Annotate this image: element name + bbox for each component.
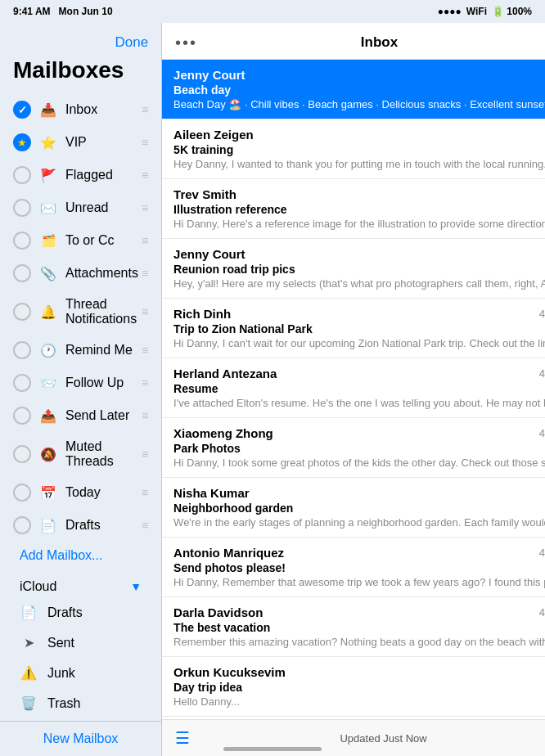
email-date-7: 4/27/24 (539, 427, 545, 439)
vip-drag-handle[interactable]: ≡ (142, 136, 148, 149)
vip-label: VIP (65, 135, 138, 150)
sidebar-item-follow-up[interactable]: 📨 Follow Up ≡ (7, 367, 155, 399)
email-sender-11: Orkun Kucuksevim (173, 665, 286, 679)
email-preview-6: I've attached Elton's resume. He's the o… (173, 397, 545, 409)
email-row-7: Xiaomeng Zhong 4/27/24 📎 (173, 426, 545, 440)
drafts-icon: 📄 (39, 516, 57, 534)
sidebar-item-unread[interactable]: ✉️ Unread ≡ (7, 191, 155, 224)
email-item-3[interactable]: Trev Smith 5/3/24 📎 Illustration referen… (162, 179, 545, 239)
battery-icon: 🔋 100% (492, 6, 532, 17)
signal-icon: ●●●● (438, 6, 462, 17)
sidebar-item-muted-threads[interactable]: 🔕 Muted Threads ≡ (7, 432, 155, 476)
sidebar-item-inbox[interactable]: 📥 Inbox ≡ (7, 93, 155, 126)
email-preview-8: We're in the early stages of planning a … (173, 516, 545, 529)
new-mailbox-button[interactable]: New Mailbox (43, 731, 119, 746)
email-sender-5: Rich Dinh (173, 307, 231, 321)
icloud-item-drafts[interactable]: 📄 Drafts (13, 597, 148, 628)
email-item-5[interactable]: Rich Dinh 4/28/24 📎 Trip to Zion Nationa… (162, 299, 545, 358)
email-sender-10: Darla Davidson (173, 605, 263, 619)
inbox-title: Inbox (361, 34, 398, 51)
unread-check (13, 199, 31, 217)
email-item-6[interactable]: Herland Antezana 4/28/24 📎 Resume I've a… (162, 358, 545, 418)
email-subject-1: Beach day (173, 83, 545, 97)
thread-notif-drag-handle[interactable]: ≡ (142, 305, 148, 318)
remind-drag-handle[interactable]: ≡ (142, 344, 148, 357)
attachments-check (13, 264, 31, 282)
email-row-10: Darla Davidson 4/17/24 📎 (173, 605, 545, 619)
email-sender-6: Herland Antezana (173, 367, 277, 380)
email-subject-11: Day trip idea (173, 681, 545, 694)
icloud-item-junk[interactable]: ⚠️ Junk (13, 658, 148, 688)
email-row-1: Jenny Court 5/5/24 📎 (173, 68, 545, 82)
email-subject-8: Neighborhood garden (173, 502, 545, 515)
inbox-drag-handle[interactable]: ≡ (142, 103, 148, 116)
home-bar (223, 747, 322, 751)
email-item-10[interactable]: Darla Davidson 4/17/24 📎 The best vacati… (162, 597, 545, 657)
email-row-3: Trev Smith 5/3/24 📎 (173, 187, 545, 201)
sidebar-item-today[interactable]: 📅 Today ≡ (7, 476, 155, 509)
sidebar-item-drafts[interactable]: 📄 Drafts ≡ (7, 509, 155, 542)
email-preview-10: Remember this amazing vacation? Nothing … (173, 636, 545, 648)
unread-drag-handle[interactable]: ≡ (142, 201, 148, 214)
toorcc-icon: 🗂️ (39, 232, 57, 250)
sidebar-item-remind-me[interactable]: 🕐 Remind Me ≡ (7, 334, 155, 367)
drafts-check (13, 516, 31, 534)
email-sender-8: Nisha Kumar (173, 486, 250, 500)
done-button[interactable]: Done (115, 34, 148, 51)
icloud-items: 📄 Drafts ➤ Sent ⚠️ Junk 🗑️ Trash (13, 597, 148, 721)
icloud-header[interactable]: iCloud ▼ (13, 573, 148, 597)
email-row-11: Orkun Kucuksevim 4/15/24 (173, 665, 545, 679)
attachments-drag-handle[interactable]: ≡ (142, 267, 148, 280)
muted-icon: 🔕 (39, 445, 57, 463)
email-sender-7: Xiaomeng Zhong (173, 426, 273, 440)
icloud-item-trash[interactable]: 🗑️ Trash (13, 688, 148, 718)
sidebar-item-attachments[interactable]: 📎 Attachments ≡ (7, 257, 155, 290)
sidebar-item-send-later[interactable]: 📤 Send Later ≡ (7, 399, 155, 432)
send-later-icon: 📤 (39, 407, 57, 425)
filter-icon[interactable]: ☰ (175, 728, 190, 748)
email-row-8: Nisha Kumar 4/27/24 (173, 486, 545, 500)
more-options-icon[interactable]: ••• (175, 34, 197, 52)
email-preview-11: Hello Danny... (173, 695, 545, 708)
flagged-drag-handle[interactable]: ≡ (142, 169, 148, 182)
today-label: Today (65, 485, 138, 500)
sidebar-item-vip[interactable]: ⭐ VIP ≡ (7, 126, 155, 159)
email-item-4[interactable]: Jenny Court 5/2/24 📎 Reunion road trip p… (162, 239, 545, 299)
remind-label: Remind Me (65, 343, 138, 358)
toorcc-drag-handle[interactable]: ≡ (142, 234, 148, 247)
email-item-2[interactable]: Aileen Zeigen 5/4/24 📎 5K training Hey D… (162, 119, 545, 179)
email-item-7[interactable]: Xiaomeng Zhong 4/27/24 📎 Park Photos Hi … (162, 418, 545, 478)
send-later-drag-handle[interactable]: ≡ (142, 409, 148, 422)
today-check (13, 484, 31, 502)
flagged-icon: 🚩 (39, 166, 57, 184)
today-drag-handle[interactable]: ≡ (142, 486, 148, 499)
toorcc-check (13, 232, 31, 250)
email-meta-9: 4/22/24 📎 (539, 547, 545, 559)
email-item-1[interactable]: Jenny Court 5/5/24 📎 Beach day Beach Day… (162, 60, 545, 119)
icloud-chevron-icon: ▼ (130, 580, 142, 593)
follow-icon: 📨 (39, 374, 57, 392)
sidebar-item-flagged[interactable]: 🚩 Flagged ≡ (7, 159, 155, 191)
email-item-8[interactable]: Nisha Kumar 4/27/24 Neighborhood garden … (162, 478, 545, 538)
muted-drag-handle[interactable]: ≡ (142, 448, 148, 461)
unread-label: Unread (65, 200, 138, 215)
email-meta-10: 4/17/24 📎 (539, 606, 545, 619)
inbox-panel: ••• Inbox Edit Jenny Court 5/5/24 📎 Beac… (162, 23, 545, 756)
follow-check (13, 374, 31, 392)
follow-drag-handle[interactable]: ≡ (142, 376, 148, 389)
email-meta-6: 4/28/24 📎 (539, 367, 545, 380)
drafts-label: Drafts (65, 518, 138, 533)
email-item-11[interactable]: Orkun Kucuksevim 4/15/24 Day trip idea H… (162, 657, 545, 717)
drafts-drag-handle[interactable]: ≡ (142, 519, 148, 532)
icloud-drafts-icon: 📄 (20, 605, 38, 620)
email-item-9[interactable]: Antonio Manriquez 4/22/24 📎 Send photos … (162, 538, 545, 597)
sidebar-item-toorcc[interactable]: 🗂️ To or Cc ≡ (7, 224, 155, 257)
icloud-drafts-label: Drafts (47, 605, 83, 620)
icloud-sent-label: Sent (47, 636, 74, 650)
add-mailbox-link[interactable]: Add Mailbox... (7, 542, 155, 573)
email-list: Jenny Court 5/5/24 📎 Beach day Beach Day… (162, 60, 545, 719)
sidebar-item-thread-notifications[interactable]: 🔔 Thread Notifications ≡ (7, 290, 155, 334)
left-header: Done (0, 23, 161, 57)
email-subject-4: Reunion road trip pics (173, 263, 545, 276)
icloud-item-sent[interactable]: ➤ Sent (13, 628, 148, 658)
